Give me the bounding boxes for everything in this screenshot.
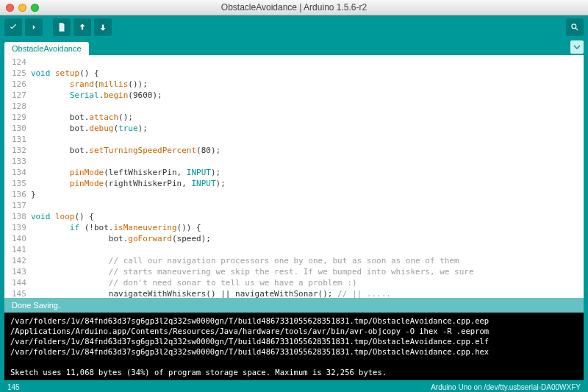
code-area[interactable]: void setup() { srand(millis()); Serial.b…	[31, 57, 584, 298]
board-info: Arduino Uno on /dev/tty.usbserial-DA00WX…	[431, 383, 581, 391]
arrow-right-icon	[29, 22, 39, 32]
status-text: Done Saving.	[12, 301, 60, 310]
editor[interactable]: 1241251261271281291301311321331341351361…	[0, 55, 588, 298]
arrow-down-icon	[98, 22, 108, 32]
zoom-window[interactable]	[31, 4, 39, 12]
console[interactable]: /var/folders/1v/84fnd63d37sg6gp3l2q332sw…	[0, 313, 588, 380]
toolbar	[0, 15, 588, 39]
magnifier-icon	[570, 22, 580, 32]
sketch-tab[interactable]: ObstacleAvoidance	[4, 42, 89, 55]
line-gutter: 1241251261271281291301311321331341351361…	[4, 57, 31, 298]
file-icon	[57, 22, 67, 32]
arrow-up-icon	[77, 22, 87, 32]
footer: 145 Arduino Uno on /dev/tty.usbserial-DA…	[0, 380, 588, 392]
window-titlebar: ObstacleAvoidance | Arduino 1.5.6-r2	[0, 0, 588, 15]
serial-monitor-button[interactable]	[566, 18, 584, 36]
verify-button[interactable]	[4, 18, 22, 36]
window-controls	[6, 4, 39, 12]
upload-button[interactable]	[25, 18, 43, 36]
tab-bar: ObstacleAvoidance	[0, 39, 588, 55]
cursor-line: 145	[7, 383, 20, 391]
save-button[interactable]	[94, 18, 112, 36]
chevron-down-icon	[573, 43, 581, 51]
open-button[interactable]	[74, 18, 91, 36]
status-bar: Done Saving.	[0, 298, 588, 313]
svg-line-1	[576, 28, 578, 30]
svg-point-0	[572, 24, 576, 29]
check-icon	[8, 22, 18, 32]
tab-menu-button[interactable]	[570, 40, 584, 54]
minimize-window[interactable]	[18, 4, 26, 12]
new-button[interactable]	[53, 18, 71, 36]
window-title: ObstacleAvoidance | Arduino 1.5.6-r2	[0, 2, 588, 13]
close-window[interactable]	[6, 4, 14, 12]
